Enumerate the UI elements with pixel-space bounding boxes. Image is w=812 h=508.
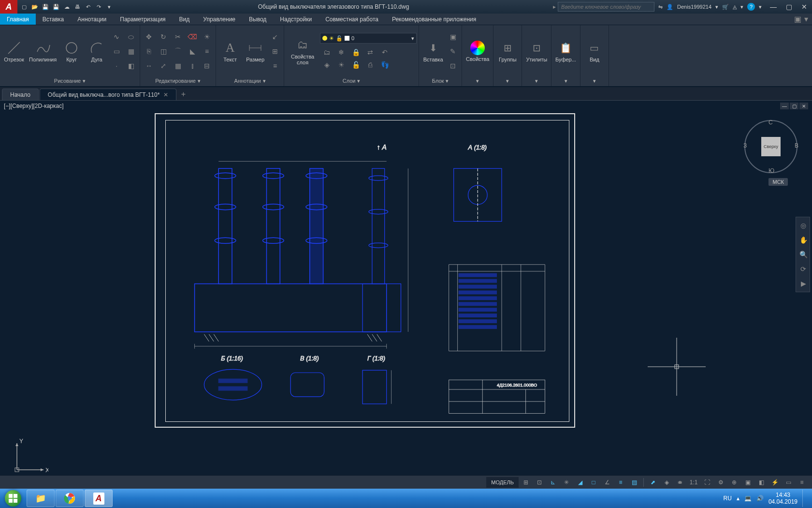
tray-network-icon[interactable]: 💻 <box>744 495 752 502</box>
tray-volume-icon[interactable]: 🔊 <box>756 495 764 502</box>
viewcube-west[interactable]: З <box>743 142 747 149</box>
vp-maximize-icon[interactable]: ▢ <box>790 103 798 109</box>
tool-polyline[interactable]: Полилиния <box>27 38 58 64</box>
panel-draw-title[interactable]: Рисование▾ <box>2 76 138 85</box>
panel-groups-title[interactable]: ▾ <box>495 76 520 85</box>
tool-clipboard[interactable]: 📋Буфер... <box>553 38 578 64</box>
region-icon[interactable]: ◧ <box>124 59 138 73</box>
ribbon-expand-icon[interactable]: ▾ <box>804 15 808 24</box>
ribbon-tab-addins[interactable]: Надстройки <box>273 14 319 25</box>
status-annoscale-icon[interactable]: ⛶ <box>701 477 713 488</box>
qat-plot-icon[interactable]: 🖶 <box>72 2 82 12</box>
mirror-icon[interactable]: ◫ <box>157 45 170 58</box>
trim-icon[interactable]: ✂ <box>171 30 185 44</box>
status-snap3d-icon[interactable]: ⩩ <box>674 477 686 488</box>
qat-new-icon[interactable]: ▢ <box>19 2 29 12</box>
status-osnap-icon[interactable]: □ <box>587 477 600 488</box>
status-model-button[interactable]: МОДЕЛЬ <box>486 477 519 488</box>
break-icon[interactable]: ⊟ <box>200 59 214 73</box>
help-dropdown-icon[interactable]: ▾ <box>759 4 762 10</box>
status-selection-icon[interactable]: ⬈ <box>647 477 659 488</box>
connect-icon[interactable]: ⇋ <box>658 4 663 10</box>
qat-redo-icon[interactable]: ↷ <box>94 2 103 12</box>
status-scale-label[interactable]: 1:1 <box>687 477 700 488</box>
qat-saveas-icon[interactable]: 💾 <box>51 2 61 12</box>
close-icon[interactable]: ✕ <box>163 91 168 98</box>
ribbon-tab-collaborate[interactable]: Совместная работа <box>319 14 385 25</box>
qat-undo-icon[interactable]: ↶ <box>83 2 93 12</box>
search-input[interactable] <box>558 2 654 12</box>
status-otrack-icon[interactable]: ∠ <box>601 477 613 488</box>
doc-tab-start[interactable]: Начало <box>2 89 39 100</box>
status-gear-icon[interactable]: ⚙ <box>714 477 727 488</box>
layer-lock-tool-icon[interactable]: 🔒 <box>349 45 362 59</box>
viewcube-north[interactable]: С <box>768 119 773 126</box>
user-icon[interactable]: 👤 <box>667 4 673 10</box>
fillet-icon[interactable]: ⌒ <box>171 45 185 58</box>
point-icon[interactable]: · <box>110 59 123 73</box>
nav-zoom-icon[interactable]: 🔍 <box>797 248 810 261</box>
array-icon[interactable]: ▦ <box>171 59 185 73</box>
rotate-icon[interactable]: ↻ <box>157 30 170 44</box>
ribbon-tab-home[interactable]: Главная <box>0 14 36 25</box>
status-grid-icon[interactable]: ⊞ <box>520 477 532 488</box>
rectangle-icon[interactable]: ▭ <box>110 45 123 58</box>
ribbon-tab-manage[interactable]: Управление <box>196 14 242 25</box>
ribbon-tab-featured[interactable]: Рекомендованные приложения <box>385 14 483 25</box>
user-name[interactable]: Denis1999214 <box>677 4 711 10</box>
status-isodraft-icon[interactable]: ◢ <box>574 477 586 488</box>
explode-icon[interactable]: ☀ <box>200 30 214 44</box>
block-edit-icon[interactable]: ✎ <box>446 45 460 58</box>
panel-view-title[interactable]: ▾ <box>582 76 607 85</box>
panel-block-title[interactable]: Блок▾ <box>421 76 460 85</box>
tool-circle[interactable]: Круг <box>59 38 84 64</box>
ribbon-tab-parametric[interactable]: Параметризация <box>113 14 172 25</box>
app-logo[interactable]: A <box>0 0 17 14</box>
tool-text[interactable]: А Текст <box>218 38 242 64</box>
ribbon-tab-view[interactable]: Вид <box>173 14 197 25</box>
viewcube-south[interactable]: Ю <box>768 167 774 174</box>
status-snap-icon[interactable]: ⊡ <box>533 477 546 488</box>
block-create-icon[interactable]: ▣ <box>446 30 460 44</box>
nav-orbit-icon[interactable]: ⟳ <box>797 263 810 275</box>
block-attr-icon[interactable]: ⊡ <box>446 59 460 73</box>
minimize-button[interactable]: — <box>766 0 781 14</box>
align-icon[interactable]: ⫿ <box>186 59 199 73</box>
stretch-icon[interactable]: ↔ <box>142 59 156 73</box>
layer-walk-icon[interactable]: 👣 <box>378 58 392 72</box>
qat-open-icon[interactable]: 📂 <box>30 2 40 12</box>
add-tab-button[interactable]: + <box>177 89 189 100</box>
scale-icon[interactable]: ⤢ <box>157 59 170 73</box>
task-autocad[interactable]: A <box>85 490 113 507</box>
ribbon-tab-annotate[interactable]: Аннотации <box>71 14 113 25</box>
tool-properties[interactable]: Свойства <box>464 39 491 64</box>
ribbon-app-icon[interactable]: ▣ <box>794 15 801 24</box>
tool-layer-properties[interactable]: 🗂 Свойства слоя <box>286 35 319 67</box>
start-button[interactable] <box>0 489 26 508</box>
spline-icon[interactable]: ∿ <box>110 30 123 44</box>
layer-unlock-icon[interactable]: 🔓 <box>349 58 362 72</box>
ribbon-tab-output[interactable]: Вывод <box>242 14 273 25</box>
panel-modify-title[interactable]: Редактирование▾ <box>142 76 214 85</box>
panel-layers-title[interactable]: Слои▾ <box>286 76 417 85</box>
drawing-canvas[interactable]: [−][Сверху][2D-каркас] — ▢ ✕ <box>0 101 812 489</box>
chamfer-icon[interactable]: ◣ <box>186 45 199 58</box>
wcs-badge[interactable]: МСК <box>768 178 788 186</box>
layer-thaw-icon[interactable]: ☀ <box>334 58 348 72</box>
layer-match-icon[interactable]: ⇄ <box>363 45 377 59</box>
task-chrome[interactable] <box>56 490 84 507</box>
status-gizmo-icon[interactable]: ◈ <box>660 477 673 488</box>
tool-utilities[interactable]: ⊡Утилиты <box>524 38 549 64</box>
user-dropdown-icon[interactable]: ▾ <box>715 4 718 10</box>
status-clean-icon[interactable]: ▭ <box>782 477 795 488</box>
hatch-icon[interactable]: ▦ <box>124 45 138 58</box>
status-iso-icon[interactable]: ◧ <box>755 477 768 488</box>
offset-icon[interactable]: ≡ <box>200 45 214 58</box>
vp-close-icon[interactable]: ✕ <box>799 103 808 109</box>
tool-groups[interactable]: ⊞Группы <box>495 38 520 64</box>
nav-showmotion-icon[interactable]: ▶ <box>797 277 810 290</box>
show-desktop-button[interactable] <box>802 490 807 507</box>
move-icon[interactable]: ✥ <box>142 30 156 44</box>
status-ortho-icon[interactable]: ⊾ <box>547 477 559 488</box>
layer-current-dropdown[interactable]: ☀ 🔓 0 ▾ <box>320 33 417 44</box>
